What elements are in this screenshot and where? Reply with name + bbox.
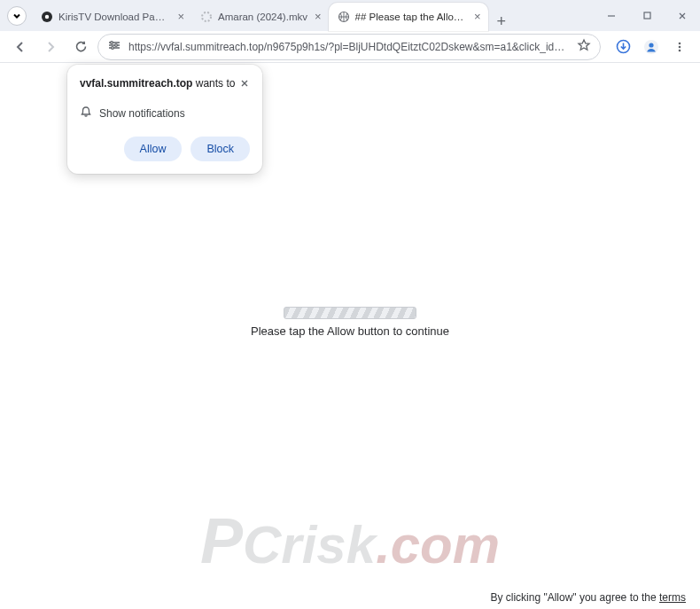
- tab-label: Amaran (2024).mkv: [218, 12, 307, 22]
- allow-button[interactable]: Allow: [124, 137, 183, 161]
- tab-2[interactable]: Amaran (2024).mkv ×: [191, 3, 329, 31]
- tab-strip: KirisTV Download Page — Kiris × Amaran (…: [32, 1, 594, 31]
- permission-close-button[interactable]: [239, 77, 250, 91]
- svg-point-1: [45, 14, 49, 18]
- watermark-risk: risk: [281, 515, 376, 574]
- viewport: vvfal.summitreach.top wants to Show noti…: [0, 63, 700, 609]
- svg-point-11: [679, 42, 681, 44]
- toolbar: https://vvfal.summitreach.top/n9675p9h1s…: [0, 31, 700, 63]
- loading-spinner-icon: [200, 11, 213, 23]
- svg-point-5: [111, 42, 113, 44]
- watermark-logo: PCrisk.com: [200, 504, 500, 577]
- svg-point-6: [115, 44, 118, 47]
- bell-icon: [80, 105, 92, 121]
- watermark-p: P: [200, 505, 243, 576]
- page-message: Please tap the Allow button to continue: [251, 324, 449, 338]
- svg-rect-4: [644, 12, 650, 19]
- svg-point-7: [112, 47, 114, 50]
- back-button[interactable]: [7, 34, 34, 60]
- tab-1[interactable]: KirisTV Download Page — Kiris ×: [32, 3, 191, 31]
- forward-button[interactable]: [37, 34, 64, 60]
- bookmark-star-icon[interactable]: [577, 38, 591, 55]
- minimize-button[interactable]: [594, 2, 629, 30]
- tab-label: KirisTV Download Page — Kiris: [58, 12, 170, 22]
- footer-prefix: By clicking "Allow" you agree to the: [490, 591, 659, 604]
- chevron-down-icon: [12, 12, 21, 20]
- download-button[interactable]: [610, 34, 636, 60]
- watermark-c: C: [243, 515, 281, 574]
- favicon-dot-icon: [41, 11, 53, 23]
- svg-point-13: [679, 49, 681, 51]
- permission-site: vvfal.summitreach.top: [80, 77, 192, 90]
- svg-point-10: [649, 43, 653, 47]
- permission-line: Show notifications: [99, 107, 185, 120]
- fake-loading-bar: [284, 307, 416, 319]
- tab-close-button[interactable]: ×: [313, 10, 323, 23]
- url-text: https://vvfal.summitreach.top/n9675p9h1s…: [128, 41, 570, 53]
- page-main: Please tap the Allow button to continue: [0, 307, 700, 338]
- tab-label: ## Please tap the Allow button: [355, 12, 467, 22]
- account-button[interactable]: [638, 34, 665, 60]
- permission-title: vvfal.summitreach.top wants to: [80, 77, 235, 90]
- address-bar[interactable]: https://vvfal.summitreach.top/n9675p9h1s…: [97, 34, 601, 60]
- footer-text: By clicking "Allow" you agree to the ter…: [490, 591, 686, 604]
- toolbar-right: [610, 34, 693, 60]
- menu-button[interactable]: [666, 34, 693, 60]
- block-button[interactable]: Block: [191, 137, 250, 161]
- titlebar: KirisTV Download Page — Kiris × Amaran (…: [0, 0, 700, 31]
- permission-suffix: wants to: [192, 77, 235, 90]
- watermark-tld: .com: [376, 515, 500, 574]
- close-window-button[interactable]: [665, 2, 700, 30]
- svg-point-12: [679, 45, 681, 48]
- globe-icon: [338, 11, 350, 23]
- site-settings-icon[interactable]: [107, 39, 121, 54]
- tab-close-button[interactable]: ×: [472, 10, 483, 23]
- reload-button[interactable]: [67, 34, 94, 60]
- tab-close-button[interactable]: ×: [175, 10, 186, 23]
- tab-3-active[interactable]: ## Please tap the Allow button ×: [329, 3, 488, 31]
- window-controls: [594, 2, 700, 30]
- svg-point-2: [202, 12, 211, 21]
- maximize-button[interactable]: [629, 2, 665, 30]
- notification-permission-popup: vvfal.summitreach.top wants to Show noti…: [67, 65, 262, 174]
- terms-link[interactable]: terms: [659, 591, 686, 604]
- profile-dropdown[interactable]: [7, 6, 27, 26]
- new-tab-button[interactable]: +: [488, 12, 516, 31]
